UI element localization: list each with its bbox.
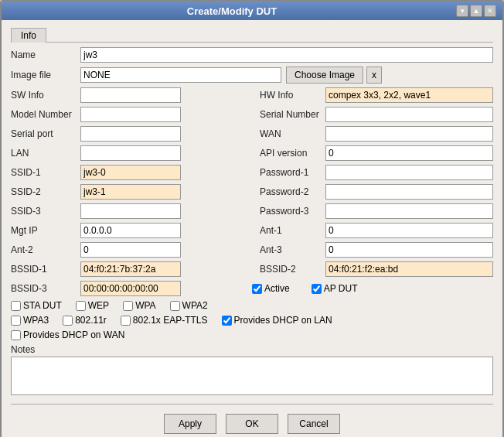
dhcp-lan-checkbox[interactable]: [222, 316, 232, 326]
wpa3-checkbox[interactable]: [11, 316, 21, 326]
wpa-label: WPA: [135, 300, 155, 311]
divider: [11, 404, 493, 405]
hw-info-input[interactable]: [325, 87, 493, 103]
ssid3-input[interactable]: [80, 203, 181, 219]
ant1-label: Ant-1: [252, 225, 325, 236]
ssid2-input[interactable]: [80, 184, 181, 200]
ssid1-label: SSID-1: [11, 167, 80, 178]
active-checkbox[interactable]: [252, 284, 262, 294]
ant2-input[interactable]: [80, 242, 181, 258]
dialog: Create/Modify DUT ▾ ▲ ✕ Info Name Image …: [0, 0, 504, 437]
wpa-checkbox-item: WPA: [123, 300, 155, 311]
serial-wan-row: Serial port WAN: [11, 126, 493, 142]
password1-col: Password-1: [252, 165, 493, 180]
lan-input[interactable]: [80, 145, 181, 161]
name-row: Name: [11, 47, 493, 63]
tab-info[interactable]: Info: [11, 28, 46, 43]
minimize-button[interactable]: ▾: [456, 5, 468, 17]
wpa-checkbox[interactable]: [123, 301, 133, 311]
wan-input[interactable]: [325, 126, 493, 142]
wep-checkbox[interactable]: [76, 301, 86, 311]
clear-image-button[interactable]: x: [366, 67, 382, 84]
mgt-ip-input[interactable]: [80, 223, 181, 238]
name-input[interactable]: [80, 47, 493, 63]
sw-hw-info-row: SW Info HW Info: [11, 87, 493, 103]
model-number-label: Model Number: [11, 109, 80, 120]
dot11x-label: 802.1x EAP-TTLS: [133, 315, 208, 326]
notes-label: Notes: [11, 344, 493, 355]
image-file-row: Image file Choose Image x: [11, 67, 493, 84]
restore-button[interactable]: ▲: [470, 5, 482, 17]
sta-dut-checkbox-item: STA DUT: [11, 300, 62, 311]
wpa2-checkbox-item: WPA2: [170, 300, 208, 311]
wpa2-checkbox[interactable]: [170, 301, 180, 311]
dialog-title: Create/Modify DUT: [8, 5, 456, 17]
notes-textarea[interactable]: [11, 357, 493, 395]
serial-port-label: Serial port: [11, 128, 80, 139]
name-label: Name: [11, 50, 80, 60]
serial-port-input[interactable]: [80, 126, 181, 142]
bssid1-col: BSSID-1: [11, 261, 252, 277]
wan-col: WAN: [252, 126, 493, 142]
dot11r-checkbox[interactable]: [63, 316, 73, 326]
serial-number-label: Serial Number: [252, 109, 325, 120]
password3-input[interactable]: [325, 203, 493, 219]
bssid2-col: BSSID-2: [252, 261, 493, 277]
ant1-input[interactable]: [325, 223, 493, 238]
ssid1-input[interactable]: [80, 165, 181, 180]
ant3-input[interactable]: [325, 242, 493, 258]
choose-image-button[interactable]: Choose Image: [286, 67, 363, 84]
password2-input[interactable]: [325, 184, 493, 200]
password3-label: Password-3: [252, 206, 325, 217]
api-version-input[interactable]: [325, 145, 493, 161]
close-button[interactable]: ✕: [484, 5, 496, 17]
model-number-input[interactable]: [80, 107, 181, 122]
serial-number-input[interactable]: [325, 107, 493, 122]
ssid1-col: SSID-1: [11, 165, 252, 180]
password2-col: Password-2: [252, 184, 493, 200]
bssid3-active-row: BSSID-3 Active AP DUT: [11, 281, 493, 296]
bssid2-label: BSSID-2: [252, 264, 325, 275]
title-bar-buttons: ▾ ▲ ✕: [456, 5, 496, 17]
sta-dut-label: STA DUT: [23, 300, 62, 311]
bssid2-input[interactable]: [325, 261, 493, 277]
serial-port-col: Serial port: [11, 126, 252, 142]
dhcp-lan-label: Provides DHCP on LAN: [234, 315, 332, 326]
notes-section: Notes: [11, 344, 493, 398]
api-version-label: API version: [252, 148, 325, 159]
ok-button[interactable]: OK: [226, 414, 278, 434]
hw-info-col: HW Info: [252, 87, 493, 103]
bssid1-label: BSSID-1: [11, 264, 80, 275]
apply-button[interactable]: Apply: [164, 414, 216, 434]
active-label: Active: [264, 283, 290, 294]
bssid3-input[interactable]: [80, 281, 181, 296]
lan-api-row: LAN API version: [11, 145, 493, 161]
sta-dut-checkbox[interactable]: [11, 301, 21, 311]
ap-dut-checkbox-item: AP DUT: [312, 283, 358, 294]
ssid3-label: SSID-3: [11, 206, 80, 217]
password3-col: Password-3: [252, 203, 493, 219]
ant1-col: Ant-1: [252, 223, 493, 238]
ssid3-pwd3-row: SSID-3 Password-3: [11, 203, 493, 219]
password1-input[interactable]: [325, 165, 493, 180]
title-bar: Create/Modify DUT ▾ ▲ ✕: [2, 2, 502, 20]
mgtip-ant1-row: Mgt IP Ant-1: [11, 223, 493, 238]
dot11x-checkbox[interactable]: [121, 316, 131, 326]
dhcp-wan-checkbox-item: Provides DHCP on WAN: [11, 329, 124, 340]
image-file-input[interactable]: [80, 67, 281, 83]
dhcp-wan-checkbox[interactable]: [11, 330, 21, 340]
wan-label: WAN: [252, 128, 325, 139]
dot11x-checkbox-item: 802.1x EAP-TTLS: [121, 315, 208, 326]
sw-info-label: SW Info: [11, 90, 80, 101]
ap-dut-checkbox[interactable]: [312, 284, 322, 294]
ant2-col: Ant-2: [11, 242, 252, 258]
dot11r-checkbox-item: 802.11r: [63, 315, 107, 326]
model-number-col: Model Number: [11, 107, 252, 122]
bssid1-input[interactable]: [80, 261, 181, 277]
bssid3-label: BSSID-3: [11, 283, 80, 294]
dhcp-wan-row: Provides DHCP on WAN: [11, 329, 493, 340]
sw-info-input[interactable]: [80, 87, 181, 103]
wpa3-checkbox-item: WPA3: [11, 315, 49, 326]
cancel-button[interactable]: Cancel: [288, 414, 340, 434]
model-serial-row: Model Number Serial Number: [11, 107, 493, 122]
